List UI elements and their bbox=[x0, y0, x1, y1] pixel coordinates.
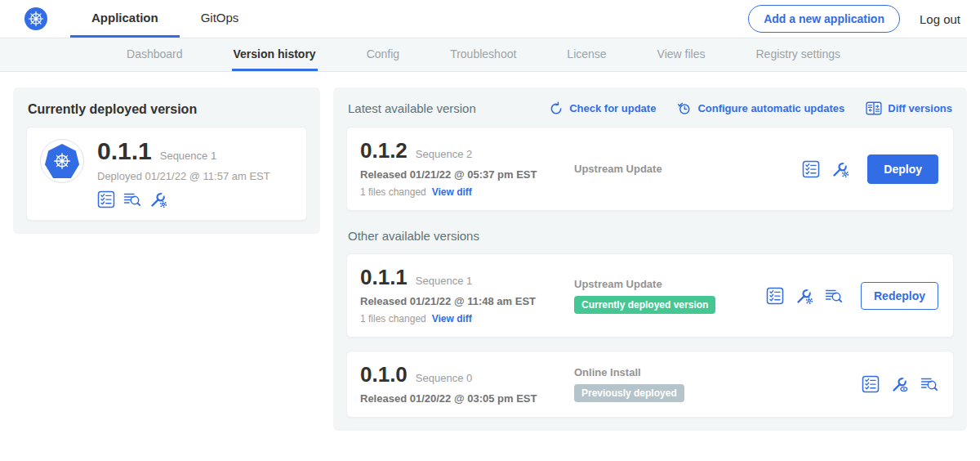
clock-refresh-icon bbox=[677, 101, 692, 116]
logs-search-icon[interactable] bbox=[123, 190, 141, 208]
version-actions: Redeploy bbox=[766, 282, 940, 310]
deployed-actions bbox=[97, 190, 270, 208]
version-info: 0.1.0 Sequence 0 Released 01/20/22 @ 03:… bbox=[360, 364, 574, 405]
other-versions-heading: Other available versions bbox=[348, 229, 952, 243]
app-header: Application GitOps Add a new application… bbox=[0, 0, 980, 38]
tab-troubleshoot[interactable]: Troubleshoot bbox=[448, 38, 518, 71]
source-label: Upstream Update bbox=[574, 163, 662, 175]
version-number: 0.1.0 bbox=[360, 364, 408, 385]
configure-automatic-updates-label: Configure automatic updates bbox=[697, 102, 844, 114]
latest-version-header: Latest available version Check for updat… bbox=[348, 101, 952, 116]
version-info: 0.1.1 Sequence 1 Released 01/21/22 @ 11:… bbox=[360, 266, 574, 324]
tab-application[interactable]: Application bbox=[70, 0, 180, 38]
app-subnav: Dashboard Version history Config Trouble… bbox=[0, 38, 967, 72]
add-application-button[interactable]: Add a new application bbox=[748, 5, 900, 33]
version-source: Upstream Update Currently deployed versi… bbox=[574, 278, 766, 314]
logs-search-icon[interactable] bbox=[825, 287, 843, 305]
wrench-gear-icon[interactable] bbox=[795, 287, 813, 305]
redeploy-button[interactable]: Redeploy bbox=[861, 282, 938, 310]
version-history-panel: Latest available version Check for updat… bbox=[333, 87, 967, 431]
tab-version-history[interactable]: Version history bbox=[232, 38, 318, 71]
deployed-panel-title: Currently deployed version bbox=[28, 102, 305, 117]
tab-gitops-label: GitOps bbox=[201, 11, 239, 25]
app-icon bbox=[40, 139, 84, 183]
deployed-version-info: 0.1.1 Sequence 1 Deployed 01/21/22 @ 11:… bbox=[97, 139, 270, 208]
sequence-label: Sequence 2 bbox=[416, 148, 472, 160]
latest-version-heading: Latest available version bbox=[348, 101, 476, 115]
sequence-label: Sequence 1 bbox=[416, 275, 472, 287]
files-changed-label: 1 files changed bbox=[360, 313, 426, 324]
deploy-button[interactable]: Deploy bbox=[867, 154, 938, 184]
header-right: Add a new application Log out bbox=[748, 0, 980, 38]
check-for-update-link[interactable]: Check for update bbox=[549, 101, 656, 116]
version-actions: Deploy bbox=[802, 154, 940, 184]
tab-application-label: Application bbox=[91, 11, 158, 25]
main-content: Currently deployed version 0.1.1 Sequenc… bbox=[0, 72, 980, 431]
view-diff-link[interactable]: View diff bbox=[432, 186, 472, 198]
version-source: Online Install Previously deployed bbox=[574, 366, 862, 402]
view-diff-link[interactable]: View diff bbox=[432, 313, 472, 324]
files-changed-label: 1 files changed bbox=[360, 186, 426, 198]
source-label: Online Install bbox=[574, 366, 641, 378]
wrench-eye-icon[interactable] bbox=[891, 375, 909, 393]
currently-deployed-badge: Currently deployed version bbox=[574, 296, 715, 314]
checklist-icon[interactable] bbox=[97, 190, 115, 208]
diff-versions-label: Diff versions bbox=[888, 102, 952, 114]
sequence-label: Sequence 0 bbox=[416, 372, 472, 384]
tab-license[interactable]: License bbox=[565, 38, 608, 71]
checklist-icon[interactable] bbox=[802, 160, 820, 178]
version-card-0-1-1: 0.1.1 Sequence 1 Released 01/21/22 @ 11:… bbox=[346, 253, 954, 338]
version-toolbar: Check for update Configure automatic upd… bbox=[549, 101, 952, 116]
version-actions bbox=[862, 375, 940, 393]
version-info: 0.1.2 Sequence 2 Released 01/21/22 @ 05:… bbox=[360, 140, 574, 198]
version-number: 0.1.2 bbox=[360, 140, 408, 161]
kubernetes-logo-icon bbox=[24, 0, 47, 38]
deployed-version-number: 0.1.1 bbox=[97, 139, 152, 163]
diff-versions-link[interactable]: Diff versions bbox=[866, 101, 952, 116]
configure-automatic-updates-link[interactable]: Configure automatic updates bbox=[677, 101, 844, 116]
check-for-update-label: Check for update bbox=[569, 102, 656, 114]
currently-deployed-panel: Currently deployed version 0.1.1 Sequenc… bbox=[13, 87, 320, 234]
tab-view-files[interactable]: View files bbox=[656, 38, 707, 71]
deployed-version-card: 0.1.1 Sequence 1 Deployed 01/21/22 @ 11:… bbox=[26, 127, 307, 221]
deployed-sequence-label: Sequence 1 bbox=[160, 150, 216, 162]
version-number: 0.1.1 bbox=[360, 266, 408, 288]
tab-dashboard[interactable]: Dashboard bbox=[125, 38, 185, 71]
tab-config[interactable]: Config bbox=[365, 38, 401, 71]
header-tabs: Application GitOps bbox=[70, 0, 260, 38]
source-label: Upstream Update bbox=[574, 278, 662, 290]
version-card-0-1-0: 0.1.0 Sequence 0 Released 01/20/22 @ 03:… bbox=[346, 351, 954, 418]
wrench-gear-icon[interactable] bbox=[831, 160, 849, 178]
wrench-gear-icon[interactable] bbox=[149, 190, 167, 208]
checklist-icon[interactable] bbox=[862, 375, 880, 393]
refresh-icon bbox=[549, 101, 564, 116]
diff-icon bbox=[866, 101, 882, 116]
logs-search-icon[interactable] bbox=[920, 375, 938, 393]
checklist-icon[interactable] bbox=[766, 287, 784, 305]
released-timestamp: Released 01/21/22 @ 05:37 pm EST bbox=[360, 168, 574, 181]
previously-deployed-badge: Previously deployed bbox=[574, 384, 684, 402]
tab-gitops[interactable]: GitOps bbox=[180, 0, 261, 38]
version-card-0-1-2: 0.1.2 Sequence 2 Released 01/21/22 @ 05:… bbox=[346, 127, 954, 211]
deployed-timestamp: Deployed 01/21/22 @ 11:57 am EST bbox=[97, 170, 270, 182]
released-timestamp: Released 01/20/22 @ 03:05 pm EST bbox=[360, 392, 574, 405]
tab-registry-settings[interactable]: Registry settings bbox=[755, 38, 842, 71]
logout-button[interactable]: Log out bbox=[920, 12, 960, 26]
version-source: Upstream Update bbox=[574, 163, 802, 175]
released-timestamp: Released 01/21/22 @ 11:48 am EST bbox=[360, 295, 574, 307]
